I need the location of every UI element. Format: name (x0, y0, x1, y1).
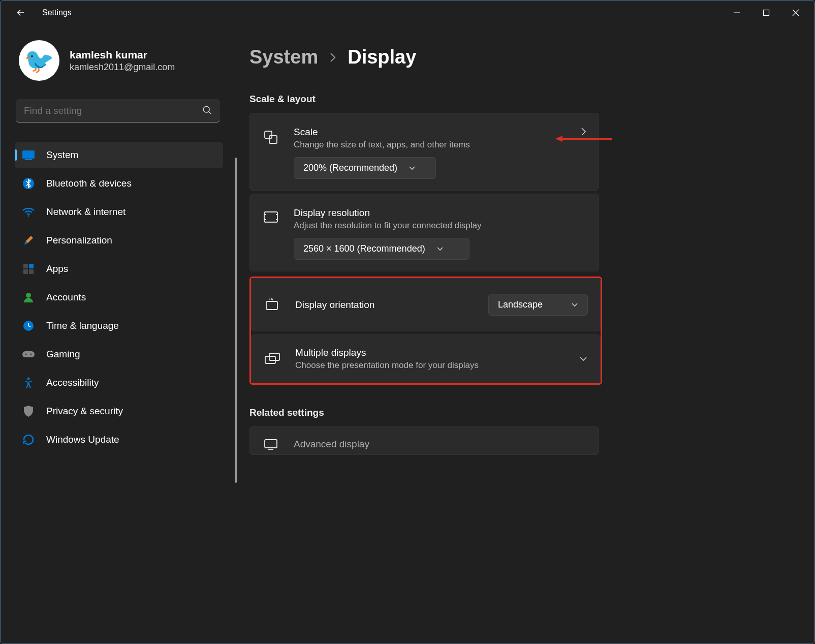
bluetooth-icon (22, 177, 35, 190)
chevron-right-icon (328, 50, 337, 65)
chevron-right-icon (580, 127, 586, 137)
orientation-icon (264, 298, 281, 312)
search-input[interactable] (16, 99, 220, 122)
scale-icon (262, 130, 279, 145)
person-icon (22, 291, 35, 304)
card-title: Display resolution (294, 207, 586, 219)
nav-time-language[interactable]: Time & language (15, 313, 223, 339)
svg-rect-22 (265, 440, 277, 448)
nav-list: System Bluetooth & devices Network & int… (15, 142, 223, 453)
update-icon (22, 433, 35, 446)
accessibility-icon (22, 376, 35, 389)
svg-point-1 (203, 106, 209, 112)
card-subtitle: Choose the presentation mode for your di… (295, 360, 565, 371)
nav-network[interactable]: Network & internet (15, 199, 223, 225)
nav-apps[interactable]: Apps (15, 256, 223, 282)
card-title: Advanced display (294, 439, 586, 450)
svg-rect-0 (764, 10, 769, 16)
svg-rect-8 (23, 269, 28, 274)
nav-bluetooth[interactable]: Bluetooth & devices (15, 170, 223, 197)
dropdown-value: 200% (Recommended) (303, 163, 397, 173)
nav-accessibility[interactable]: Accessibility (15, 370, 223, 396)
svg-rect-16 (265, 131, 272, 138)
user-email: kamlesh2011@gmail.com (70, 62, 175, 73)
card-advanced-display[interactable]: Advanced display (249, 426, 599, 455)
section-related-title: Related settings (249, 407, 799, 418)
nav-label: Windows Update (46, 434, 119, 445)
paintbrush-icon (22, 234, 35, 247)
chevron-down-icon (571, 302, 578, 308)
close-button[interactable] (781, 3, 810, 23)
scale-dropdown[interactable]: 200% (Recommended) (294, 157, 436, 179)
breadcrumb: System Display (249, 46, 799, 68)
nav-label: Personalization (46, 235, 112, 246)
maximize-icon (763, 9, 770, 16)
nav-system[interactable]: System (15, 142, 223, 168)
svg-point-14 (30, 354, 32, 355)
card-title: Display orientation (295, 299, 474, 311)
breadcrumb-parent[interactable]: System (249, 46, 318, 68)
card-resolution[interactable]: Display resolution Adjust the resolution… (249, 194, 599, 271)
svg-rect-21 (269, 353, 279, 360)
chevron-down-icon (579, 356, 588, 362)
card-title: Scale (294, 127, 566, 138)
annotation-highlight-box: Display orientation Landscape Multiple d… (249, 277, 602, 385)
card-title: Multiple displays (295, 347, 565, 358)
nav-label: Apps (46, 263, 68, 274)
svg-point-15 (27, 378, 30, 380)
svg-point-10 (26, 293, 31, 298)
back-button[interactable] (11, 3, 31, 23)
svg-rect-19 (266, 301, 277, 310)
display-icon (262, 438, 279, 450)
annotation-arrow (555, 136, 612, 142)
nav-label: Accounts (46, 292, 86, 303)
nav-personalization[interactable]: Personalization (15, 227, 223, 254)
sidebar: 🐦 kamlesh kumar kamlesh2011@gmail.com Sy… (1, 25, 229, 643)
svg-rect-7 (29, 264, 34, 268)
minimize-button[interactable] (722, 3, 751, 23)
shield-icon (22, 405, 35, 418)
svg-rect-2 (22, 150, 35, 159)
dropdown-value: Landscape (498, 299, 543, 310)
section-scale-layout-title: Scale & layout (249, 94, 799, 105)
card-orientation[interactable]: Display orientation Landscape (251, 278, 601, 331)
nav-label: System (46, 149, 78, 161)
minimize-icon (733, 9, 740, 16)
nav-label: Bluetooth & devices (46, 178, 132, 189)
clock-globe-icon (22, 319, 35, 332)
svg-rect-17 (269, 136, 277, 143)
dropdown-value: 2560 × 1600 (Recommended) (303, 243, 425, 254)
nav-gaming[interactable]: Gaming (15, 341, 223, 367)
card-scale[interactable]: Scale Change the size of text, apps, and… (249, 113, 599, 191)
nav-label: Network & internet (46, 206, 126, 218)
nav-windows-update[interactable]: Windows Update (15, 426, 223, 453)
system-icon (22, 148, 35, 162)
avatar: 🐦 (19, 40, 59, 81)
svg-point-13 (25, 354, 27, 355)
search-box[interactable] (16, 99, 220, 122)
wifi-icon (22, 205, 35, 219)
nav-label: Gaming (46, 349, 80, 360)
user-account-row[interactable]: 🐦 kamlesh kumar kamlesh2011@gmail.com (15, 35, 223, 96)
resolution-dropdown[interactable]: 2560 × 1600 (Recommended) (294, 238, 469, 260)
gamepad-icon (22, 348, 35, 361)
arrow-left-icon (15, 7, 26, 18)
close-icon (792, 9, 799, 16)
svg-rect-20 (265, 356, 275, 363)
svg-rect-3 (25, 159, 32, 160)
window-title: Settings (42, 8, 72, 17)
main-content: System Display Scale & layout Scale Chan… (229, 25, 814, 643)
titlebar: Settings (1, 1, 814, 25)
card-multiple-displays[interactable]: Multiple displays Choose the presentatio… (251, 334, 601, 383)
orientation-dropdown[interactable]: Landscape (488, 294, 588, 316)
nav-privacy[interactable]: Privacy & security (15, 398, 223, 424)
search-icon (202, 105, 213, 116)
breadcrumb-current: Display (348, 46, 416, 68)
maximize-button[interactable] (751, 3, 781, 23)
svg-rect-18 (264, 212, 277, 222)
nav-accounts[interactable]: Accounts (15, 284, 223, 311)
svg-rect-6 (23, 264, 28, 268)
chevron-down-icon (409, 166, 416, 171)
nav-label: Accessibility (46, 377, 99, 388)
user-name: kamlesh kumar (70, 49, 175, 61)
